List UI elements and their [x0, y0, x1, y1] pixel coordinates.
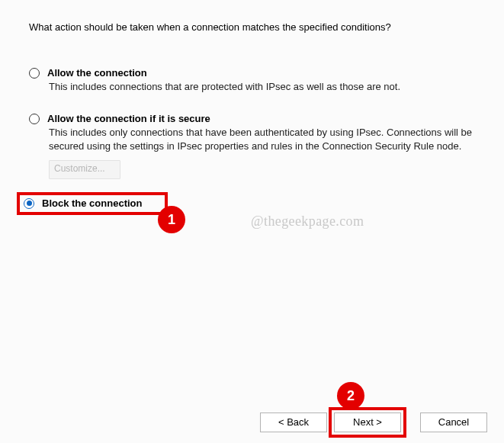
- watermark-text: @thegeekpage.com: [251, 213, 364, 230]
- option-allow-if-secure[interactable]: Allow the connection if it is secure Thi…: [29, 113, 474, 179]
- annotation-badge-1: 1: [159, 207, 185, 233]
- option-allow-connection[interactable]: Allow the connection This includes conne…: [29, 67, 474, 94]
- annotation-badge-2: 2: [338, 383, 364, 409]
- action-prompt: What action should be taken when a conne…: [29, 21, 391, 33]
- customize-button: Customize...: [49, 160, 120, 179]
- annotation-highlight-2: [329, 407, 406, 438]
- radio-icon: [29, 114, 40, 124]
- option-title: Allow the connection: [47, 67, 147, 79]
- radio-icon: [29, 68, 40, 79]
- option-description: This includes only connections that have…: [49, 126, 474, 152]
- annotation-highlight-1: [17, 192, 168, 215]
- option-description: This includes connections that are prote…: [49, 80, 474, 94]
- back-button[interactable]: < Back: [260, 413, 327, 432]
- option-title: Allow the connection if it is secure: [47, 113, 210, 124]
- cancel-button[interactable]: Cancel: [420, 413, 487, 432]
